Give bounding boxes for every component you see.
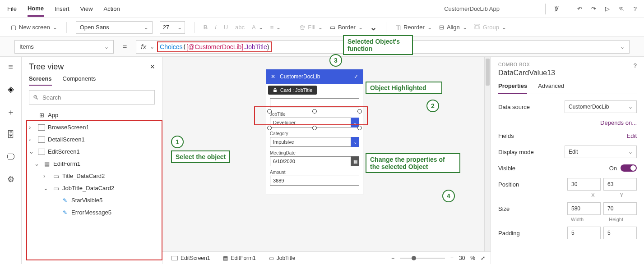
data-source-label: Data source [498, 104, 530, 110]
size-label: Size [498, 205, 565, 212]
vertical-scrollbar[interactable] [484, 57, 491, 253]
text-align-button[interactable]: ≡ [270, 24, 281, 31]
depends-on-link[interactable]: Depends on... [600, 119, 637, 126]
meetingdate-input[interactable]: 6/10/2020 [270, 156, 351, 166]
menu-action[interactable]: Action [104, 2, 120, 16]
annotation-4: Change the properties of the selected Ob… [366, 153, 460, 173]
tree-app[interactable]: ⊞App [25, 109, 158, 121]
separator [545, 4, 546, 14]
bold-button[interactable]: B [204, 24, 208, 31]
padding-bottom-input[interactable]: 5 [603, 227, 637, 239]
tree-title-datacard[interactable]: ›Title_DataCard2 [25, 170, 158, 182]
insert-icon[interactable]: ＋ [7, 107, 15, 118]
crumb-jobtitle[interactable]: ▭JobTitle [264, 255, 303, 261]
amount-label: Amount [270, 170, 359, 175]
category-input[interactable]: Impulsive [270, 137, 351, 147]
form-close-icon[interactable]: ✕ [271, 73, 275, 80]
menu-view[interactable]: View [80, 2, 93, 16]
media-icon[interactable]: 🖵︎ [7, 152, 15, 162]
chevron-down-icon[interactable] [150, 43, 154, 50]
tree-detail-screen[interactable]: ›DetailScreen1 [25, 133, 158, 146]
separator [568, 4, 568, 14]
new-screen-button[interactable]: ▢ New screen [11, 24, 57, 31]
crumb-editscreen[interactable]: EditScreen1 [166, 255, 218, 261]
italic-button[interactable]: I [215, 24, 217, 31]
visible-toggle[interactable] [621, 164, 637, 172]
equals-label: = [119, 43, 130, 51]
redo-icon[interactable]: ↷ [591, 5, 596, 12]
font-size-select[interactable]: 27 [160, 21, 185, 34]
tree-edit-screen[interactable]: ⌄EditScreen1 [25, 146, 158, 158]
tab-screens[interactable]: Screens [29, 75, 52, 86]
data-icon[interactable]: 🗄︎ [7, 130, 15, 140]
menu-insert[interactable]: Insert [55, 2, 69, 16]
underline-button[interactable]: U [224, 24, 228, 31]
reorder-button[interactable]: ◫ Reorder [395, 24, 432, 31]
settings-icon[interactable]: ⚙︎ [7, 174, 14, 184]
position-x-input[interactable]: 30 [567, 178, 601, 191]
group-button[interactable]: ⿴ Group [474, 24, 506, 31]
menu-home[interactable]: Home [28, 1, 44, 17]
font-select[interactable]: Open Sans [76, 21, 153, 34]
menubar-actions: ℣ ↶ ↷ ▷ 🏃︎ ? [545, 4, 637, 14]
menu-file[interactable]: File [7, 2, 17, 16]
tree-browse-screen[interactable]: ›BrowseScreen1 [25, 121, 158, 133]
property-select[interactable]: Items [14, 40, 114, 54]
title-input[interactable] [270, 98, 359, 108]
app-name-label: CustomerDocLib App [444, 5, 500, 12]
size-width-input[interactable]: 580 [567, 202, 601, 215]
play-icon[interactable]: ▷ [605, 5, 610, 12]
hamburger-icon[interactable]: ≡ [8, 62, 13, 72]
tree-view-icon[interactable]: ◈ [8, 84, 14, 94]
form-title-bar: ✕ CustomerDocLib ✓ [266, 69, 363, 84]
ribbon-chevron-icon[interactable]: ⌄ [370, 23, 377, 32]
undo-icon[interactable]: ↶ [577, 5, 582, 12]
display-mode-select[interactable]: Edit [565, 146, 637, 158]
selected-jobtitle-field[interactable]: JobTitle Developer ⌄ [270, 112, 359, 127]
fields-label: Fields [498, 132, 514, 139]
align-button[interactable]: ⊟ Align [439, 24, 467, 31]
annotation-2: Object Highlighted [366, 82, 442, 94]
share-icon[interactable]: 🏃︎ [619, 5, 625, 12]
formula-expand-icon[interactable] [620, 43, 625, 50]
close-panel-icon[interactable]: × [150, 62, 155, 72]
tab-components[interactable]: Components [63, 75, 96, 86]
data-source-select[interactable]: CustomerDocLib [565, 100, 637, 113]
crumb-editform[interactable]: ▤EditForm1 [218, 255, 263, 261]
jobtitle-input[interactable]: Developer [270, 118, 351, 127]
fields-edit-link[interactable]: Edit [627, 132, 637, 139]
amount-input[interactable]: 3689 [270, 176, 359, 186]
strike-button[interactable]: abc [235, 24, 245, 31]
padding-label: Padding [498, 230, 565, 237]
tree-jobtitle-datacard[interactable]: ⌄JobTitle_DataCard2 [25, 182, 158, 194]
border-button[interactable]: ▭ Border [330, 24, 363, 31]
tree-error-message[interactable]: ErrorMessage5 [25, 206, 158, 218]
size-height-input[interactable]: 70 [603, 202, 637, 215]
search-input[interactable] [42, 94, 151, 101]
tab-properties[interactable]: Properties [498, 82, 527, 94]
menu-bar: File Home Insert View Action CustomerDoc… [0, 0, 644, 18]
tree-search[interactable]: 🔍︎ [29, 90, 155, 105]
properties-panel: COMBO BOX DataCardValue13 ? Properties A… [491, 57, 644, 264]
zoom-out-button[interactable]: − [391, 255, 394, 261]
tab-advanced[interactable]: Advanced [538, 82, 564, 94]
search-icon: 🔍︎ [33, 94, 39, 101]
zoom-in-button[interactable]: + [450, 255, 454, 261]
form-preview: ✕ CustomerDocLib ✓ 🔒︎ Card : JobTitle Jo… [266, 69, 363, 195]
position-y-input[interactable]: 63 [603, 178, 637, 191]
fill-button[interactable]: 🪣︎ Fill [299, 24, 323, 31]
category-dropdown-icon[interactable]: ⌄ [351, 137, 359, 147]
tree-star-visible[interactable]: StarVisible5 [25, 194, 158, 206]
stethoscope-icon[interactable]: ℣ [555, 5, 559, 12]
canvas[interactable]: ✕ CustomerDocLib ✓ 🔒︎ Card : JobTitle Jo… [162, 57, 491, 264]
date-picker-icon[interactable]: ▦ [351, 156, 359, 166]
tree-title: Tree view [29, 62, 64, 72]
padding-top-input[interactable]: 5 [567, 227, 601, 239]
form-submit-icon[interactable]: ✓ [354, 73, 358, 80]
zoom-slider[interactable] [400, 258, 445, 259]
panel-help-icon[interactable]: ? [634, 62, 637, 69]
fit-screen-icon[interactable]: ⤢ [481, 255, 485, 261]
help-icon[interactable]: ? [634, 5, 637, 12]
font-color-button[interactable]: A [252, 24, 263, 31]
tree-edit-form[interactable]: ⌄EditForm1 [25, 158, 158, 170]
